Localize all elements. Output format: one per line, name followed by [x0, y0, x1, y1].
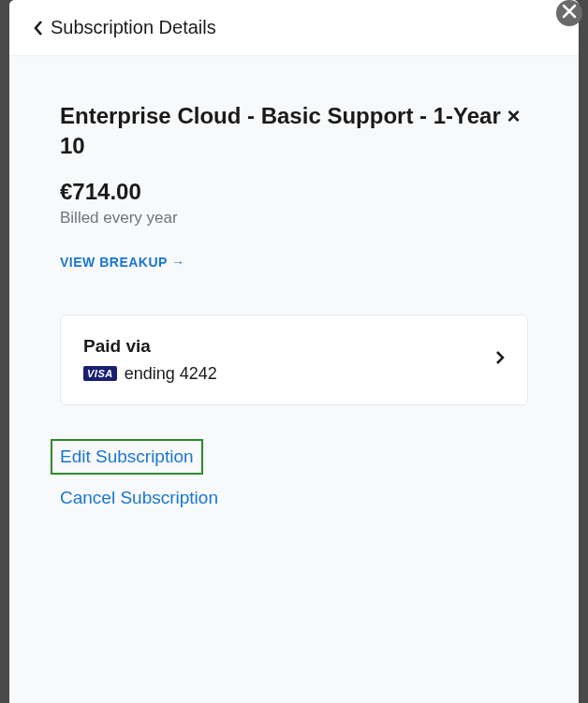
plan-price: €714.00: [60, 179, 528, 205]
card-row: VISA ending 4242: [83, 364, 217, 384]
close-button[interactable]: [556, 0, 582, 26]
paid-via-label: Paid via: [83, 336, 217, 357]
close-icon: [562, 4, 577, 22]
plan-title: Enterprise Cloud - Basic Support - 1-Yea…: [60, 101, 528, 162]
payment-info: Paid via VISA ending 4242: [83, 336, 217, 384]
view-breakup-link[interactable]: VIEW BREAKUP →: [60, 255, 185, 270]
edit-subscription-highlight: Edit Subscription: [51, 439, 203, 475]
action-links: Edit Subscription Cancel Subscription: [60, 439, 528, 508]
payment-method-card[interactable]: Paid via VISA ending 4242: [60, 315, 528, 405]
card-ending: ending 4242: [125, 364, 217, 384]
back-button[interactable]: [32, 20, 45, 37]
modal-header: Subscription Details: [9, 0, 579, 56]
modal-title: Subscription Details: [51, 17, 216, 38]
chevron-left-icon: [32, 20, 45, 37]
cancel-subscription-link[interactable]: Cancel Subscription: [60, 488, 218, 508]
subscription-details-modal: Subscription Details Enterprise Cloud - …: [9, 0, 579, 703]
billing-cycle: Billed every year: [60, 209, 528, 227]
chevron-right-icon: [495, 350, 505, 369]
modal-content: Enterprise Cloud - Basic Support - 1-Yea…: [9, 56, 579, 703]
view-breakup-label: VIEW BREAKUP →: [60, 255, 185, 270]
visa-badge-icon: VISA: [83, 366, 117, 381]
edit-subscription-link[interactable]: Edit Subscription: [60, 447, 194, 466]
